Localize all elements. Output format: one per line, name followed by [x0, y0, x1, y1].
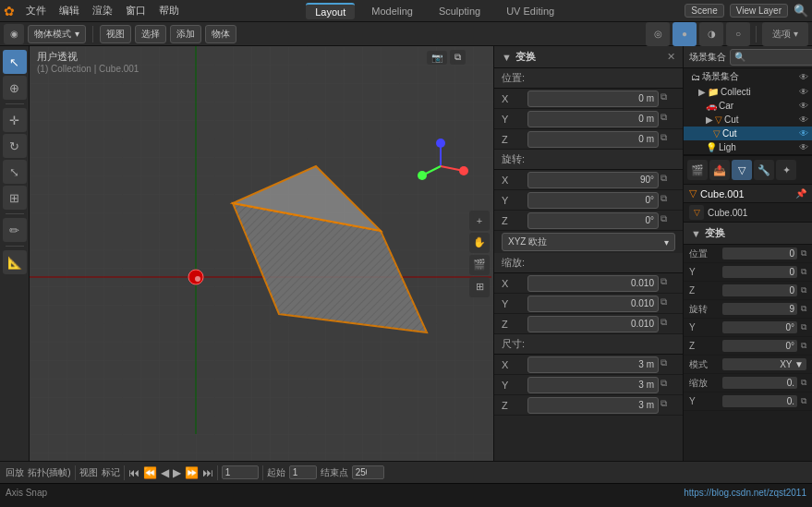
- menu-file[interactable]: 文件: [20, 2, 52, 19]
- view-btn[interactable]: 视图: [100, 25, 131, 43]
- options-dropdown[interactable]: 选项 ▾: [762, 22, 808, 46]
- dim-x-input[interactable]: [527, 356, 659, 373]
- viewport-tool-hand[interactable]: ✋: [469, 233, 490, 253]
- props-rot-y-copy[interactable]: ⧉: [801, 322, 806, 332]
- tool-move[interactable]: ✛: [3, 108, 27, 132]
- outliner-search-input[interactable]: [730, 49, 812, 66]
- scene-selector[interactable]: Scene: [685, 4, 723, 18]
- pos-z-copy-icon[interactable]: ⧉: [661, 132, 675, 147]
- scale-z-input[interactable]: [527, 316, 659, 332]
- scene-collection-eye[interactable]: 👁: [799, 72, 808, 82]
- scale-z-copy-icon[interactable]: ⧉: [661, 317, 675, 332]
- menu-render[interactable]: 渲染: [87, 2, 118, 19]
- view-layer-selector[interactable]: View Layer: [730, 4, 788, 18]
- viewport[interactable]: 用户透视 (1) Collection | Cube.001 📷 ⧉ + ✋ 🎬…: [30, 46, 493, 461]
- euler-dropdown[interactable]: XYZ 欧拉 ▾: [502, 233, 675, 251]
- props-pos-x-copy[interactable]: ⧉: [801, 248, 806, 259]
- tab-layout[interactable]: Layout: [306, 3, 355, 19]
- outliner-item-cut1[interactable]: ▶ ▽ Cut 👁: [684, 113, 812, 127]
- transform-header[interactable]: ▼ 变换 ✕: [494, 46, 683, 68]
- rot-y-input[interactable]: [527, 192, 659, 209]
- props-scale-y-copy[interactable]: ⧉: [801, 396, 806, 406]
- props-icon-particles[interactable]: ✦: [776, 160, 796, 180]
- current-frame-input[interactable]: [222, 465, 259, 479]
- pos-y-copy-icon[interactable]: ⧉: [661, 112, 675, 127]
- props-rot-x-val[interactable]: 9: [722, 303, 797, 315]
- scale-x-copy-icon[interactable]: ⧉: [661, 276, 675, 291]
- view-timeline-label[interactable]: 视图: [79, 466, 98, 479]
- props-icon-object[interactable]: ▽: [732, 160, 752, 180]
- props-rot-z-copy[interactable]: ⧉: [801, 341, 806, 351]
- menu-edit[interactable]: 编辑: [54, 2, 85, 19]
- rot-x-input[interactable]: [527, 172, 659, 188]
- rot-z-copy-icon[interactable]: ⧉: [661, 213, 675, 228]
- pos-y-input[interactable]: [527, 111, 659, 127]
- pos-x-input[interactable]: [527, 91, 659, 107]
- end-frame-input[interactable]: [352, 465, 384, 479]
- props-scale-x-val[interactable]: 0.: [722, 377, 797, 389]
- outliner-item-car[interactable]: 🚗 Car 👁: [684, 99, 812, 113]
- viewport-shading-material[interactable]: ◑: [699, 22, 723, 46]
- pos-x-copy-icon[interactable]: ⧉: [661, 91, 675, 106]
- scale-x-input[interactable]: [527, 275, 659, 292]
- props-scale-x-copy[interactable]: ⧉: [801, 378, 806, 388]
- props-pos-y-val[interactable]: 0: [722, 266, 797, 278]
- scale-y-input[interactable]: [527, 296, 659, 312]
- outliner-item-ligh[interactable]: 💡 Ligh 👁: [684, 140, 812, 154]
- viewport-shading-render[interactable]: ○: [726, 22, 750, 46]
- tool-transform[interactable]: ⊞: [3, 186, 27, 210]
- viewport-camera-btn[interactable]: 📷: [427, 51, 447, 65]
- playback-label[interactable]: 回放: [6, 466, 24, 479]
- tool-cursor[interactable]: ⊕: [3, 76, 27, 100]
- tool-measure[interactable]: 📐: [3, 250, 27, 274]
- viewport-tool-plus[interactable]: +: [469, 211, 490, 231]
- play-btn[interactable]: ▶: [173, 466, 181, 479]
- dim-y-copy-icon[interactable]: ⧉: [661, 378, 675, 392]
- marker-label[interactable]: 标记: [102, 466, 120, 479]
- outliner-item-collecti[interactable]: ▶ 📁 Collecti 👁: [684, 85, 812, 99]
- tool-annotate[interactable]: ✏: [3, 218, 27, 242]
- props-pos-z-val[interactable]: 0: [722, 284, 797, 296]
- props-rot-y-val[interactable]: 0°: [722, 321, 797, 333]
- mode-dropdown[interactable]: 物体模式 ▾: [28, 25, 86, 43]
- object-btn[interactable]: 物体: [205, 25, 236, 43]
- outliner-item-scene-collection[interactable]: 🗂 场景集合 👁: [684, 68, 812, 85]
- dim-x-copy-icon[interactable]: ⧉: [661, 357, 675, 372]
- outliner-item-cut2[interactable]: ▽ Cut 👁: [684, 127, 812, 140]
- cut1-eye[interactable]: 👁: [799, 115, 808, 125]
- mode-icon-btn[interactable]: ◉: [4, 24, 24, 44]
- step-back-btn[interactable]: ⏪: [143, 466, 157, 479]
- dim-y-input[interactable]: [527, 377, 659, 393]
- keying-label[interactable]: 拓扑(插帧): [28, 466, 71, 479]
- start-frame-input[interactable]: [289, 465, 317, 479]
- props-scale-y-val[interactable]: 0.: [722, 395, 797, 407]
- props-icon-modifier[interactable]: 🔧: [754, 160, 774, 180]
- car-eye[interactable]: 👁: [799, 101, 808, 111]
- select-btn[interactable]: 选择: [135, 25, 166, 43]
- cut2-eye[interactable]: 👁: [799, 128, 808, 139]
- viewport-tool-camera2[interactable]: 🎬: [469, 255, 490, 275]
- props-pos-y-copy[interactable]: ⧉: [801, 267, 806, 277]
- tool-scale[interactable]: ⤡: [3, 160, 27, 184]
- rot-y-copy-icon[interactable]: ⧉: [661, 193, 675, 208]
- tab-modeling[interactable]: Modeling: [362, 4, 422, 18]
- menu-help[interactable]: 帮助: [153, 2, 185, 19]
- rot-z-input[interactable]: [527, 212, 659, 229]
- object-pin-icon[interactable]: 📌: [795, 188, 806, 199]
- transform-close-btn[interactable]: ✕: [667, 51, 675, 63]
- rot-x-copy-icon[interactable]: ⧉: [661, 173, 675, 187]
- jump-end-btn[interactable]: ⏭: [202, 466, 213, 479]
- dim-z-copy-icon[interactable]: ⧉: [661, 398, 675, 413]
- tab-uv-editing[interactable]: UV Editing: [497, 4, 564, 18]
- props-rot-z-val[interactable]: 0°: [722, 340, 797, 352]
- tab-sculpting[interactable]: Sculpting: [430, 4, 490, 18]
- ligh-eye[interactable]: 👁: [799, 142, 808, 152]
- viewport-shading-wire[interactable]: ◎: [646, 22, 670, 46]
- step-forward-btn[interactable]: ⏩: [185, 466, 199, 479]
- jump-start-btn[interactable]: ⏮: [128, 466, 139, 479]
- viewport-tool-grid[interactable]: ⊞: [469, 277, 490, 297]
- dim-z-input[interactable]: [527, 397, 659, 414]
- props-pos-x-val[interactable]: 0: [722, 247, 797, 260]
- viewport-layers-btn[interactable]: ⧉: [450, 50, 466, 65]
- tool-rotate[interactable]: ↻: [3, 134, 27, 158]
